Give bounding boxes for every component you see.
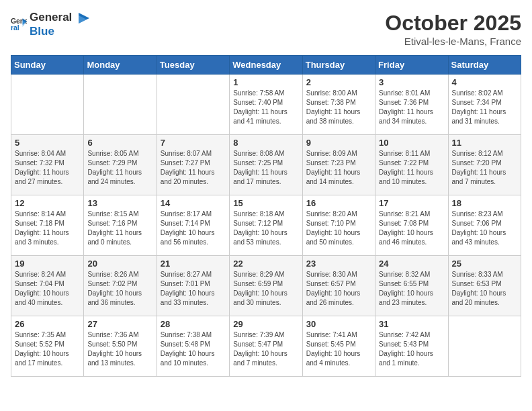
- calendar-cell: 19Sunrise: 8:24 AMSunset: 7:04 PMDayligh…: [11, 256, 84, 316]
- calendar-cell: 7Sunrise: 8:07 AMSunset: 7:27 PMDaylight…: [157, 135, 229, 195]
- weekday-header-saturday: Saturday: [448, 56, 521, 75]
- day-number: 11: [452, 138, 517, 148]
- calendar-cell: 15Sunrise: 8:18 AMSunset: 7:12 PMDayligh…: [230, 195, 302, 256]
- day-info: Sunrise: 8:29 AMSunset: 6:59 PMDaylight:…: [233, 270, 298, 308]
- calendar-cell: 21Sunrise: 8:27 AMSunset: 7:01 PMDayligh…: [157, 256, 229, 316]
- day-info: Sunrise: 8:18 AMSunset: 7:12 PMDaylight:…: [233, 210, 298, 247]
- day-info: Sunrise: 8:26 AMSunset: 7:02 PMDaylight:…: [87, 270, 152, 308]
- day-info: Sunrise: 8:05 AMSunset: 7:29 PMDaylight:…: [87, 149, 152, 187]
- day-number: 30: [306, 319, 371, 329]
- day-number: 23: [306, 259, 371, 269]
- calendar-week-row: 12Sunrise: 8:14 AMSunset: 7:18 PMDayligh…: [11, 195, 521, 256]
- day-info: Sunrise: 8:32 AMSunset: 6:55 PMDaylight:…: [379, 270, 444, 308]
- calendar-cell: 11Sunrise: 8:12 AMSunset: 7:20 PMDayligh…: [448, 135, 521, 195]
- day-info: Sunrise: 8:23 AMSunset: 7:06 PMDaylight:…: [452, 210, 517, 247]
- logo-ral-text: ral: [58, 11, 73, 24]
- day-number: 13: [87, 198, 152, 208]
- calendar-cell: 27Sunrise: 7:36 AMSunset: 5:50 PMDayligh…: [84, 316, 157, 377]
- calendar-cell: [11, 75, 84, 135]
- calendar-cell: 20Sunrise: 8:26 AMSunset: 7:02 PMDayligh…: [84, 256, 157, 316]
- weekday-header-thursday: Thursday: [302, 56, 375, 75]
- weekday-header-row: SundayMondayTuesdayWednesdayThursdayFrid…: [11, 56, 521, 75]
- day-number: 25: [452, 259, 517, 269]
- day-number: 10: [379, 138, 444, 148]
- calendar-cell: 8Sunrise: 8:08 AMSunset: 7:25 PMDaylight…: [230, 135, 302, 195]
- calendar-cell: 6Sunrise: 8:05 AMSunset: 7:29 PMDaylight…: [84, 135, 157, 195]
- calendar-cell: 16Sunrise: 8:20 AMSunset: 7:10 PMDayligh…: [302, 195, 375, 256]
- calendar-week-row: 26Sunrise: 7:35 AMSunset: 5:52 PMDayligh…: [11, 316, 521, 377]
- calendar-cell: 22Sunrise: 8:29 AMSunset: 6:59 PMDayligh…: [230, 256, 302, 316]
- day-number: 6: [87, 138, 152, 148]
- day-number: 5: [15, 138, 80, 148]
- day-info: Sunrise: 8:12 AMSunset: 7:20 PMDaylight:…: [452, 149, 517, 187]
- logo-arrow-icon: [76, 11, 91, 26]
- day-number: 3: [379, 77, 444, 87]
- day-info: Sunrise: 7:36 AMSunset: 5:50 PMDaylight:…: [87, 330, 152, 368]
- day-info: Sunrise: 7:35 AMSunset: 5:52 PMDaylight:…: [15, 330, 80, 368]
- day-info: Sunrise: 8:33 AMSunset: 6:53 PMDaylight:…: [452, 270, 517, 308]
- day-info: Sunrise: 8:21 AMSunset: 7:08 PMDaylight:…: [379, 210, 444, 247]
- calendar-cell: 13Sunrise: 8:15 AMSunset: 7:16 PMDayligh…: [84, 195, 157, 256]
- day-number: 20: [87, 259, 152, 269]
- day-info: Sunrise: 8:30 AMSunset: 6:57 PMDaylight:…: [306, 270, 371, 308]
- day-number: 29: [233, 319, 298, 329]
- day-info: Sunrise: 7:39 AMSunset: 5:47 PMDaylight:…: [233, 330, 298, 368]
- day-number: 16: [306, 198, 371, 208]
- day-number: 7: [161, 138, 226, 148]
- day-info: Sunrise: 8:27 AMSunset: 7:01 PMDaylight:…: [161, 270, 226, 308]
- day-info: Sunrise: 8:08 AMSunset: 7:25 PMDaylight:…: [233, 149, 298, 187]
- calendar-cell: 9Sunrise: 8:09 AMSunset: 7:23 PMDaylight…: [302, 135, 375, 195]
- calendar-cell: 2Sunrise: 8:00 AMSunset: 7:38 PMDaylight…: [302, 75, 375, 135]
- calendar-cell: 26Sunrise: 7:35 AMSunset: 5:52 PMDayligh…: [11, 316, 84, 377]
- day-info: Sunrise: 8:00 AMSunset: 7:38 PMDaylight:…: [306, 89, 371, 126]
- svg-text:ral: ral: [11, 24, 19, 32]
- day-info: Sunrise: 8:04 AMSunset: 7:32 PMDaylight:…: [15, 149, 80, 187]
- logo-icon: Gene ral: [11, 16, 27, 32]
- page-header: Gene ral General Blue October 2025 Etiva…: [11, 11, 521, 47]
- calendar-cell: 17Sunrise: 8:21 AMSunset: 7:08 PMDayligh…: [375, 195, 448, 256]
- day-number: 27: [87, 319, 152, 329]
- day-number: 28: [161, 319, 226, 329]
- day-info: Sunrise: 7:58 AMSunset: 7:40 PMDaylight:…: [233, 89, 298, 126]
- day-info: Sunrise: 8:11 AMSunset: 7:22 PMDaylight:…: [379, 149, 444, 187]
- logo: Gene ral General Blue: [11, 11, 91, 38]
- calendar-cell: 12Sunrise: 8:14 AMSunset: 7:18 PMDayligh…: [11, 195, 84, 256]
- day-number: 26: [15, 319, 80, 329]
- day-number: 8: [233, 138, 298, 148]
- day-info: Sunrise: 8:15 AMSunset: 7:16 PMDaylight:…: [87, 210, 152, 247]
- calendar-cell: [448, 316, 521, 377]
- day-number: 4: [452, 77, 517, 87]
- calendar-week-row: 5Sunrise: 8:04 AMSunset: 7:32 PMDaylight…: [11, 135, 521, 195]
- calendar-table: SundayMondayTuesdayWednesdayThursdayFrid…: [11, 55, 521, 377]
- day-info: Sunrise: 8:07 AMSunset: 7:27 PMDaylight:…: [161, 149, 226, 187]
- calendar-cell: 10Sunrise: 8:11 AMSunset: 7:22 PMDayligh…: [375, 135, 448, 195]
- day-info: Sunrise: 8:17 AMSunset: 7:14 PMDaylight:…: [161, 210, 226, 247]
- calendar-cell: 1Sunrise: 7:58 AMSunset: 7:40 PMDaylight…: [230, 75, 302, 135]
- calendar-cell: 14Sunrise: 8:17 AMSunset: 7:14 PMDayligh…: [157, 195, 229, 256]
- weekday-header-tuesday: Tuesday: [157, 56, 229, 75]
- calendar-cell: 31Sunrise: 7:42 AMSunset: 5:43 PMDayligh…: [375, 316, 448, 377]
- day-number: 12: [15, 198, 80, 208]
- calendar-week-row: 1Sunrise: 7:58 AMSunset: 7:40 PMDaylight…: [11, 75, 521, 135]
- day-info: Sunrise: 7:42 AMSunset: 5:43 PMDaylight:…: [379, 330, 444, 368]
- day-number: 24: [379, 259, 444, 269]
- day-number: 1: [233, 77, 298, 87]
- calendar-cell: 29Sunrise: 7:39 AMSunset: 5:47 PMDayligh…: [230, 316, 302, 377]
- weekday-header-friday: Friday: [375, 56, 448, 75]
- day-number: 19: [15, 259, 80, 269]
- calendar-cell: [84, 75, 157, 135]
- calendar-cell: 28Sunrise: 7:38 AMSunset: 5:48 PMDayligh…: [157, 316, 229, 377]
- day-number: 22: [233, 259, 298, 269]
- day-number: 14: [161, 198, 226, 208]
- day-info: Sunrise: 8:09 AMSunset: 7:23 PMDaylight:…: [306, 149, 371, 187]
- calendar-cell: 3Sunrise: 8:01 AMSunset: 7:36 PMDaylight…: [375, 75, 448, 135]
- logo-blue-text: Blue: [30, 25, 54, 38]
- logo-general-text: Gene: [30, 11, 58, 24]
- calendar-week-row: 19Sunrise: 8:24 AMSunset: 7:04 PMDayligh…: [11, 256, 521, 316]
- calendar-cell: 23Sunrise: 8:30 AMSunset: 6:57 PMDayligh…: [302, 256, 375, 316]
- calendar-cell: 30Sunrise: 7:41 AMSunset: 5:45 PMDayligh…: [302, 316, 375, 377]
- month-title: October 2025: [385, 11, 521, 36]
- day-info: Sunrise: 7:38 AMSunset: 5:48 PMDaylight:…: [161, 330, 226, 368]
- day-number: 15: [233, 198, 298, 208]
- title-block: October 2025 Etival-les-le-Mans, France: [385, 11, 521, 47]
